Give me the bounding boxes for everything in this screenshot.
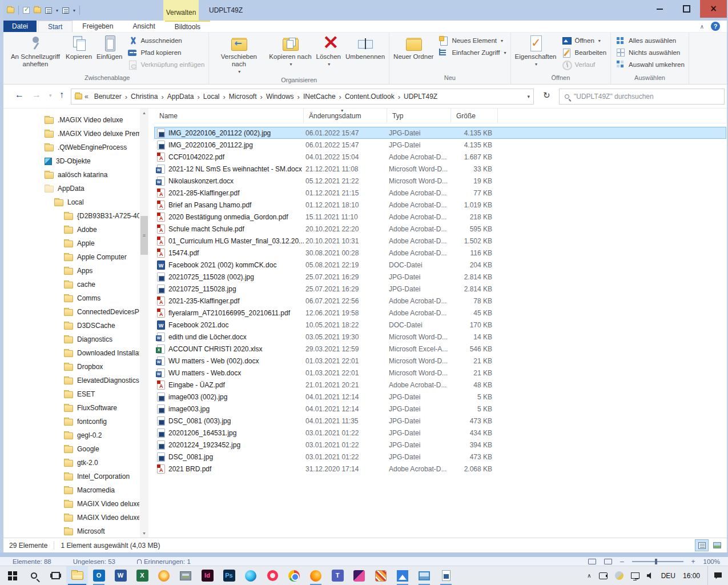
address-dropdown-icon[interactable]: ▾	[527, 94, 530, 99]
minimize-button[interactable]	[646, 0, 673, 18]
file-row[interactable]: IMG_20220106_201122.jpg 06.01.2022 15:47…	[154, 139, 726, 151]
tree-item[interactable]: MAGIX Video deluxe	[3, 497, 139, 511]
file-row[interactable]: 20210725_115028 (002).jpg 25.07.2021 16:…	[154, 271, 726, 283]
network-icon[interactable]	[631, 572, 639, 579]
breadcrumb-item[interactable]: AppData ›	[164, 93, 200, 101]
taskbar-app-button[interactable]	[283, 566, 305, 585]
taskbar-app-button[interactable]	[66, 566, 88, 585]
contextual-tab-verwalten[interactable]: Verwalten	[163, 0, 199, 21]
file-row[interactable]: WU matters - Web.docx 01.03.2021 22:01 M…	[154, 367, 726, 379]
tree-item[interactable]: Comms	[3, 291, 139, 305]
taskbar-app-button[interactable]	[240, 566, 262, 585]
collapse-ribbon-icon[interactable]: ∧	[700, 23, 704, 30]
taskbar-app-button[interactable]	[45, 566, 66, 585]
file-row[interactable]: image003 (002).jpg 04.01.2021 12:14 JPG-…	[154, 391, 726, 403]
tree-item[interactable]: 3D-Objekte	[3, 154, 139, 168]
taskbar-app-button[interactable]	[348, 566, 370, 585]
tree-item[interactable]: Apple	[3, 237, 139, 250]
taskbar-app-button[interactable]: Ps	[218, 566, 240, 585]
tab-freigeben[interactable]: Freigeben	[73, 21, 123, 32]
close-button[interactable]: ×	[700, 0, 727, 18]
tree-item[interactable]: .MAGIX Video deluxe Premi	[3, 127, 139, 141]
column-header-size[interactable]: Größe	[451, 109, 498, 123]
taskbar-app-button[interactable]	[1, 566, 23, 585]
breadcrumb-item[interactable]: Christina ›	[127, 93, 164, 101]
breadcrumb-item[interactable]: Benutzer ›	[91, 93, 127, 101]
file-row[interactable]: Brief an Pasang Lhamo.pdf 01.12.2021 18:…	[154, 199, 726, 211]
breadcrumb-overflow[interactable]: «	[82, 93, 91, 101]
tree-item[interactable]: Downloaded Installation	[3, 346, 139, 360]
tree-item[interactable]: gtk-2.0	[3, 456, 139, 470]
ribbon-small-button[interactable]: Alles auswählen▾	[616, 35, 685, 46]
forward-icon[interactable]: →	[32, 90, 41, 100]
file-row[interactable]: edith und die Löcher.docx 03.05.2021 19:…	[154, 331, 726, 343]
tree-item[interactable]: {D2B93B31-A725-4060-A	[3, 209, 139, 223]
file-row[interactable]: Schule macht Schule.pdf 20.10.2021 22:20…	[154, 223, 726, 235]
tree-item[interactable]: Apps	[3, 264, 139, 278]
ribbon-small-button[interactable]: Öffnen▾	[562, 35, 606, 46]
tab-datei[interactable]: Datei	[3, 21, 37, 32]
taskbar-app-button[interactable]	[435, 566, 457, 585]
ribbon-small-button[interactable]: Verlauf▾	[562, 59, 606, 70]
taskbar-app-button[interactable]	[413, 566, 435, 585]
zoom-in-icon[interactable]: +	[691, 558, 695, 566]
file-row[interactable]: 2021-235-Klaffinger.pdf 06.07.2021 22:56…	[154, 295, 726, 307]
tab-start[interactable]: Start	[38, 21, 73, 32]
ribbon-small-button[interactable]: Auswahl umkehren▾	[616, 59, 685, 70]
ribbon-large-button[interactable]: Umbenennen▾	[343, 33, 387, 77]
file-row[interactable]: WU matters - Web (002).docx 01.03.2021 2…	[154, 355, 726, 367]
clock[interactable]: 16:00	[683, 572, 700, 580]
scrollbar-thumb[interactable]: ≡	[140, 216, 148, 255]
taskbar-app-button[interactable]	[370, 566, 392, 585]
taskbar-app-button[interactable]: W	[110, 566, 131, 585]
file-row[interactable]: ACCOUNT CHRISTI 2020.xlsx 29.03.2021 12:…	[154, 343, 726, 355]
taskbar-app-button[interactable]	[392, 566, 413, 585]
tree-item[interactable]: gegl-0.2	[3, 428, 139, 442]
file-row[interactable]: Nikolauskonzert.docx 05.12.2021 21:22 Mi…	[154, 175, 726, 187]
tab-bildtools[interactable]: Bildtools	[165, 21, 210, 32]
tree-item[interactable]: D3DSCache	[3, 319, 139, 332]
file-row[interactable]: CCF01042022.pdf 04.01.2022 15:04 Adobe A…	[154, 151, 726, 163]
reading-view-icon[interactable]	[588, 559, 596, 564]
tree-item[interactable]: ConnectedDevicesPlatfo	[3, 305, 139, 319]
file-row[interactable]: 2021-12 NL SmS Es weihnachtet - SM.docx …	[154, 163, 726, 175]
ribbon-small-button[interactable]: Einfacher Zugriff▾	[439, 47, 506, 58]
file-row[interactable]: 20201224_1923452.jpg 03.01.2021 01:22 JP…	[154, 439, 726, 451]
tree-item[interactable]: Microsoft	[3, 524, 139, 538]
file-row[interactable]: flyeralarm_AT210166995_20210611.pdf 12.0…	[154, 307, 726, 319]
taskbar-app-button[interactable]: T	[327, 566, 348, 585]
properties-qat-icon[interactable]	[23, 7, 30, 14]
file-row[interactable]: Eingabe - ÜAZ.pdf 21.01.2021 20:21 Adobe…	[154, 379, 726, 391]
help-icon[interactable]: ?	[711, 22, 720, 31]
thumbnail-view-button[interactable]	[710, 539, 724, 551]
breadcrumb-item[interactable]: Content.Outlook ›	[341, 93, 400, 101]
file-row[interactable]: Facebook 2021.doc 10.05.2021 18:22 DOC-D…	[154, 319, 726, 331]
taskbar-app-button[interactable]: X	[131, 566, 153, 585]
breadcrumb[interactable]: « Benutzer › Christina › AppData › Local…	[71, 89, 534, 105]
tree-item[interactable]: Macromedia	[3, 483, 139, 497]
history-chevron-icon[interactable]: ▾	[49, 93, 52, 98]
ribbon-large-button[interactable]: Verschieben nach▾	[211, 33, 267, 77]
file-row[interactable]: 20210725_115028.jpg 25.07.2021 16:29 JPG…	[154, 283, 726, 295]
up-icon[interactable]: ↑	[59, 90, 64, 100]
breadcrumb-item[interactable]: INetCache ›	[300, 93, 341, 101]
tree-item[interactable]: Intel_Corporation	[3, 470, 139, 483]
tree-item[interactable]: FluxSoftware	[3, 401, 139, 415]
tree-item[interactable]: Dropbox	[3, 360, 139, 374]
column-header-name[interactable]: Name	[154, 109, 304, 123]
tree-item[interactable]: ESET	[3, 387, 139, 401]
file-row[interactable]: 2020 Bestätigung onmedia_Gordon.pdf 15.1…	[154, 211, 726, 223]
tree-item[interactable]: Adobe	[3, 223, 139, 237]
view-qat-icon[interactable]	[45, 7, 52, 14]
tab-ansicht[interactable]: Ansicht	[123, 21, 164, 32]
search-input[interactable]	[574, 93, 719, 101]
breadcrumb-item[interactable]: Local ›	[200, 93, 226, 101]
taskbar-app-button[interactable]	[305, 566, 327, 585]
taskbar-app-button[interactable]	[23, 566, 45, 585]
file-row[interactable]: Facebook 2021 (002) kommCK.doc 05.08.202…	[154, 259, 726, 271]
volume-icon[interactable]	[647, 572, 654, 579]
taskbar-app-button[interactable]: O	[88, 566, 110, 585]
ribbon-large-button[interactable]: Löschen▾	[314, 33, 343, 77]
breadcrumb-item[interactable]: Windows ›	[263, 93, 300, 101]
sort-qat-icon[interactable]	[62, 7, 69, 14]
